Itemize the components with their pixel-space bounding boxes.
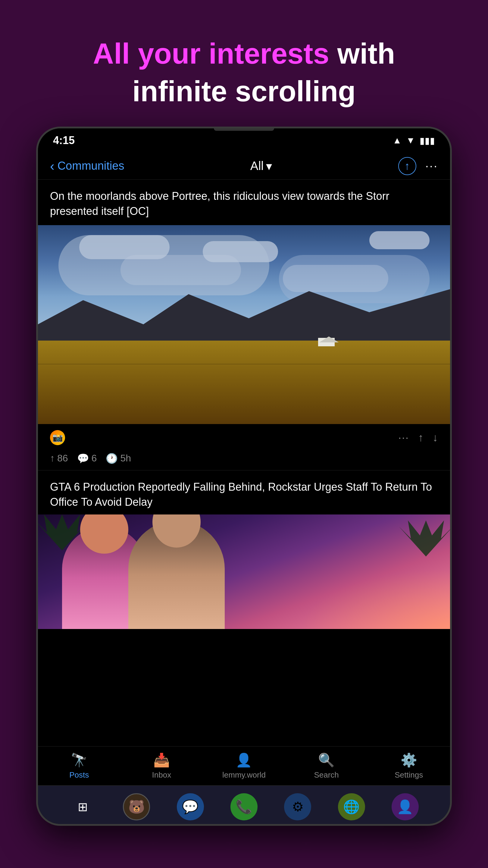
upvote-number: 86 (57, 453, 68, 464)
chevron-down-icon: ▾ (266, 159, 272, 173)
dock-settings-button[interactable]: ⚙ (284, 793, 311, 820)
search-label: Search (314, 770, 338, 780)
downvote-icon[interactable]: ↓ (432, 431, 438, 444)
upvote-count: ↑ 86 (50, 453, 68, 464)
back-button[interactable]: ‹ Communities (50, 158, 124, 174)
more-options-button[interactable]: ··· (425, 159, 438, 173)
post1-stats: ↑ 86 💬 6 🕐 5h (38, 451, 450, 469)
more-icon[interactable]: ··· (398, 431, 409, 444)
dock-person-button[interactable]: 👤 (392, 793, 419, 820)
app-dock: ⊞ 🐻 💬 📞 ⚙ 🌐 👤 (38, 785, 450, 826)
back-label: Communities (58, 159, 124, 173)
dock-bear-button[interactable]: 🐻 (123, 793, 150, 820)
post1-actions: ··· ↑ ↓ (398, 431, 438, 444)
back-chevron-icon: ‹ (50, 158, 55, 174)
dock-grid-button[interactable]: ⊞ (69, 793, 96, 820)
settings-icon: ⚙️ (401, 752, 417, 768)
content-area: On the moorlands above Portree, this rid… (38, 180, 450, 746)
dock-phone-button[interactable]: 📞 (230, 793, 258, 820)
post-time: 🕐 5h (106, 453, 131, 464)
comment-count: 💬 6 (77, 453, 97, 464)
globe-icon: 🌐 (343, 799, 360, 815)
status-icons: ▲ ▼ ▮▮▮ (393, 135, 435, 146)
page-header: All your interests with infinite scrolli… (0, 0, 488, 127)
nav-settings[interactable]: ⚙️ Settings (367, 752, 450, 780)
notch (214, 128, 274, 131)
post1-image[interactable] (38, 225, 450, 424)
phone-icon: 📞 (235, 799, 252, 815)
community-icon: 👤 (235, 752, 252, 768)
signal-icon: ▲ (393, 135, 402, 146)
community-avatar: 📸 (50, 430, 65, 445)
chat-icon: 💬 (182, 799, 198, 815)
bottom-nav: 🔭 Posts 📥 Inbox 👤 lemmy.world 🔍 Search ⚙… (38, 746, 450, 785)
action-buttons: ↑ ··· (398, 157, 438, 175)
upload-button[interactable]: ↑ (398, 157, 416, 175)
bear-icon: 🐻 (128, 799, 145, 815)
inbox-label: Inbox (152, 770, 171, 780)
upload-icon: ↑ (404, 160, 410, 173)
upvote-stat-icon: ↑ (50, 453, 55, 464)
header-line2: infinite scrolling (18, 74, 470, 108)
divider1 (38, 470, 450, 470)
wifi-icon: ▼ (406, 135, 415, 146)
clock-icon: 🕐 (106, 453, 118, 464)
post1-title[interactable]: On the moorlands above Portree, this rid… (38, 180, 450, 225)
filter-button[interactable]: All ▾ (250, 159, 272, 173)
post1-meta: 📸 pics ··· ↑ ↓ (38, 424, 450, 451)
phone-frame: 4:15 ▲ ▼ ▮▮▮ ‹ Communities All ▾ ↑ ··· O… (36, 127, 452, 826)
battery-icon: ▮▮▮ (420, 135, 435, 146)
app-bar: ‹ Communities All ▾ ↑ ··· (38, 153, 450, 180)
dock-chat-button[interactable]: 💬 (177, 793, 204, 820)
comment-number: 6 (92, 453, 97, 464)
nav-inbox[interactable]: 📥 Inbox (121, 752, 203, 780)
comment-icon: 💬 (77, 453, 89, 464)
community-name[interactable]: pics (70, 435, 78, 440)
post2-image[interactable] (38, 515, 450, 629)
gear-icon: ⚙ (292, 799, 304, 814)
grid-icon: ⊞ (78, 800, 88, 814)
time-value: 5h (120, 453, 131, 464)
post2-title[interactable]: GTA 6 Production Reportedly Falling Behi… (38, 472, 450, 515)
inbox-icon: 📥 (153, 752, 170, 768)
status-bar: 4:15 ▲ ▼ ▮▮▮ (38, 128, 450, 153)
community-info: 📸 pics (50, 430, 78, 445)
nav-search[interactable]: 🔍 Search (285, 752, 368, 780)
header-highlight: All your interests (93, 37, 329, 70)
settings-label: Settings (395, 770, 423, 780)
person-icon: 👤 (397, 799, 413, 815)
search-icon: 🔍 (318, 752, 335, 768)
nav-community[interactable]: 👤 lemmy.world (203, 752, 285, 780)
status-time: 4:15 (53, 134, 75, 147)
filter-label: All (250, 159, 264, 173)
header-normal: with (329, 37, 395, 70)
posts-icon: 🔭 (71, 752, 87, 768)
dock-globe-button[interactable]: 🌐 (338, 793, 365, 820)
nav-posts[interactable]: 🔭 Posts (38, 752, 121, 780)
community-nav-label: lemmy.world (222, 770, 266, 780)
posts-label: Posts (69, 770, 89, 780)
upvote-icon[interactable]: ↑ (418, 431, 424, 444)
